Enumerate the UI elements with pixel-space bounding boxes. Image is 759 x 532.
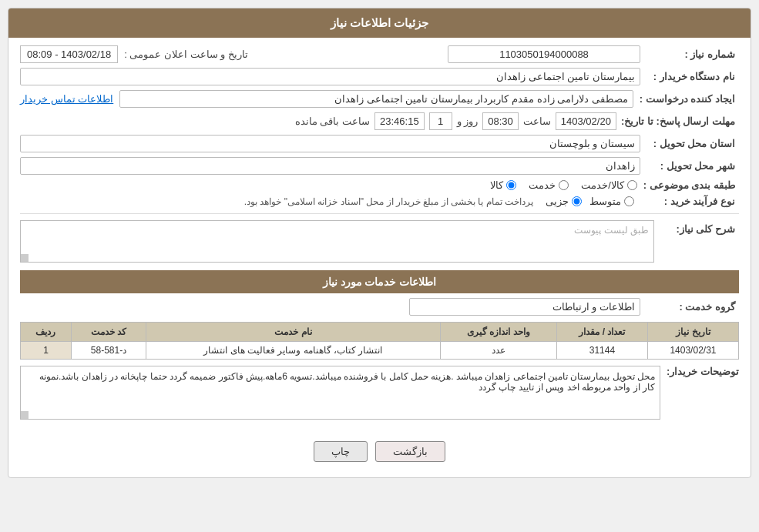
sharh-placeholder: طبق لیست پیوست bbox=[574, 225, 649, 236]
radio-motavaset-input[interactable] bbox=[624, 196, 634, 206]
cell-vahed: عدد bbox=[440, 342, 556, 360]
grouh-label: گروه خدمت : bbox=[646, 301, 739, 313]
mohlat-saat: 08:30 bbox=[482, 112, 519, 130]
button-row: بازگشت چاپ bbox=[20, 435, 739, 470]
shmare-niaz-value: 1103050194000088 bbox=[448, 45, 640, 63]
mohlat-date: 1403/02/20 bbox=[556, 112, 616, 130]
col-nam: نام خدمت bbox=[146, 323, 441, 342]
ostan-value: سیستان و بلوچستان bbox=[20, 135, 640, 152]
farayand-text: پرداخت تمام یا بخشی از مبلغ خریدار از مح… bbox=[20, 196, 533, 207]
mohlat-baghimande-label: ساعت باقی مانده bbox=[295, 115, 370, 127]
chap-button[interactable]: چاپ bbox=[314, 441, 368, 462]
col-kod: کد خدمت bbox=[71, 323, 146, 342]
radio-kala-khadamat[interactable]: کالا/خدمت bbox=[581, 179, 637, 191]
grouh-value: اطلاعات و ارتباطات bbox=[409, 298, 640, 316]
radio-kala-input[interactable] bbox=[506, 180, 516, 190]
shahr-value: زاهدان bbox=[20, 157, 640, 175]
tabaqe-radio-group: کالا/خدمت خدمت کالا bbox=[490, 179, 637, 191]
tabaqe-label: طبقه بندی موضوعی : bbox=[643, 179, 739, 191]
nam-dastgah-label: نام دستگاه خریدار : bbox=[646, 71, 739, 82]
sharh-label: شرح کلی نیاز: bbox=[654, 220, 739, 235]
shmare-niaz-label: شماره نیاز : bbox=[646, 49, 739, 60]
col-tedad: تعداد / مقدار bbox=[556, 323, 647, 342]
radio-khadamat[interactable]: خدمت bbox=[529, 179, 569, 191]
cell-radif: 1 bbox=[21, 342, 72, 360]
tarikh-elan-label: تاریخ و ساعت اعلان عمومی : bbox=[124, 49, 248, 60]
radio-khadamat-label: خدمت bbox=[529, 179, 556, 191]
tosih-label: توضیحات خریدار: bbox=[667, 366, 739, 377]
radio-khadamat-input[interactable] bbox=[559, 180, 569, 190]
cell-kod: د-581-58 bbox=[71, 342, 146, 360]
radio-jazii-input[interactable] bbox=[572, 196, 582, 206]
khadamat-table-container: تاریخ نیاز تعداد / مقدار واحد اندازه گیر… bbox=[20, 322, 739, 360]
ijad-konande-value: مصطفی دلارامی زاده مقدم کاربردار بیمارست… bbox=[119, 90, 633, 108]
shahr-label: شهر محل تحویل : bbox=[646, 160, 739, 172]
col-vahed: واحد اندازه گیری bbox=[440, 323, 556, 342]
etelaate-tamas-link[interactable]: اطلاعات تماس خریدار bbox=[20, 93, 113, 105]
mohlat-rooz-label: روز و bbox=[457, 115, 479, 127]
radio-kala-khadamat-label: کالا/خدمت bbox=[581, 179, 624, 191]
radio-kala-label: کالا bbox=[490, 179, 503, 191]
khadamat-table: تاریخ نیاز تعداد / مقدار واحد اندازه گیر… bbox=[20, 322, 739, 360]
radio-jazii[interactable]: جزیی bbox=[546, 196, 582, 207]
radio-kala[interactable]: کالا bbox=[490, 179, 516, 191]
nam-dastgah-value: بیمارستان تامین اجتماعی زاهدان bbox=[20, 68, 640, 85]
page-title: جزئیات اطلاعات نیاز bbox=[8, 8, 751, 38]
mohlat-countdown: 23:46:15 bbox=[374, 112, 425, 130]
nove-farayand-label: نوع فرآیند خرید : bbox=[646, 196, 739, 207]
ijad-konande-label: ایجاد کننده درخواست : bbox=[640, 93, 739, 105]
cell-tedad: 31144 bbox=[556, 342, 647, 360]
tosih-value: محل تحویل بیمارستان تامین اجتماعی زاهدان… bbox=[39, 371, 655, 393]
radio-jazii-label: جزیی bbox=[546, 196, 569, 207]
mohlat-saat-label: ساعت bbox=[523, 115, 551, 127]
tarikh-elan-value: 1403/02/18 - 08:09 bbox=[20, 45, 118, 63]
tosih-section: توضیحات خریدار: محل تحویل بیمارستان تامی… bbox=[20, 366, 739, 427]
col-tarikh-niaz: تاریخ نیاز bbox=[647, 323, 738, 342]
cell-tarikh: 1403/02/31 bbox=[647, 342, 738, 360]
cell-nam: انتشار کتاب، گاهنامه وسایر فعالیت های ان… bbox=[146, 342, 441, 360]
ostan-label: استان محل تحویل : bbox=[646, 138, 739, 149]
mohlat-label: مهلت ارسال پاسخ: تا تاریخ: bbox=[621, 115, 739, 127]
sharh-section: شرح کلی نیاز: طبق لیست پیوست bbox=[20, 220, 739, 263]
radio-motavaset-label: متوسط bbox=[589, 196, 621, 207]
mohlat-rooz: 1 bbox=[429, 112, 452, 130]
bazgasht-button[interactable]: بازگشت bbox=[375, 441, 445, 462]
radio-kala-khadamat-input[interactable] bbox=[627, 180, 637, 190]
col-radif: ردیف bbox=[21, 323, 72, 342]
khadamat-header: اطلاعات خدمات مورد نیاز bbox=[20, 270, 739, 293]
radio-motavaset[interactable]: متوسط bbox=[589, 196, 634, 207]
table-row: 1403/02/31 31144 عدد انتشار کتاب، گاهنام… bbox=[21, 342, 739, 360]
